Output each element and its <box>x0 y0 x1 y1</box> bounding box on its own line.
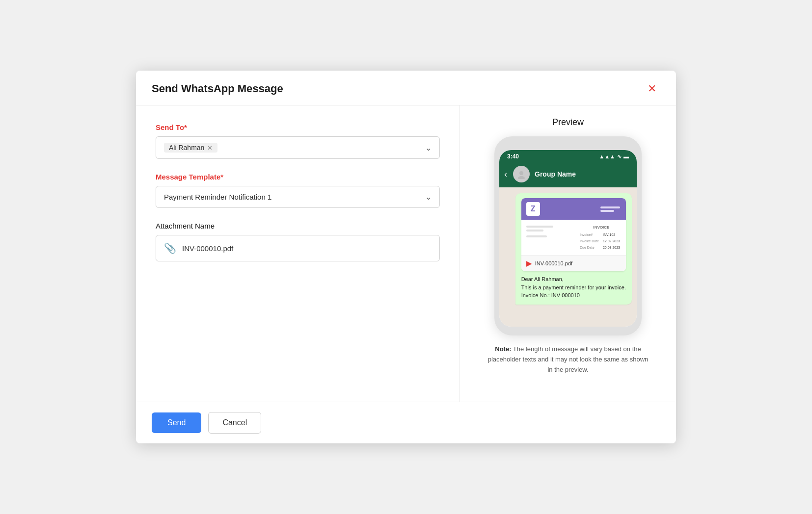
invoice-line-1 <box>600 206 620 208</box>
phone-back-icon: ‹ <box>504 169 507 180</box>
pdf-attachment-row: ▶ INV-000010.pdf <box>521 255 626 271</box>
phone-screen: 3:40 ▲▲▲ ∿ ▬ ‹ Group Name <box>499 150 637 327</box>
svg-point-0 <box>519 171 523 175</box>
phone-chat-header: ‹ Group Name <box>499 162 637 187</box>
invoice-date-label: Invoice Date <box>580 238 599 244</box>
attachment-icon: 📎 <box>164 242 176 254</box>
phone-group-name: Group Name <box>535 170 576 178</box>
phone-mockup: 3:40 ▲▲▲ ∿ ▬ ‹ Group Name <box>494 136 642 335</box>
pdf-icon: ▶ <box>526 259 532 268</box>
message-bubble: Z <box>515 193 632 305</box>
dialog-title: Send WhatsApp Message <box>152 82 283 95</box>
attachment-name-input[interactable]: 📎 INV-000010.pdf <box>156 235 440 261</box>
message-template-select[interactable]: Payment Reminder Notification 1 ⌄ <box>156 186 440 208</box>
send-button[interactable]: Send <box>152 412 201 433</box>
dialog-header: Send WhatsApp Message ✕ <box>136 71 676 105</box>
attachment-name-label: Attachment Name <box>156 222 440 230</box>
wifi-icon: ∿ <box>617 154 622 160</box>
note-label: Note: <box>495 345 511 353</box>
phone-status-bar: 3:40 ▲▲▲ ∿ ▬ <box>499 150 637 162</box>
close-button[interactable]: ✕ <box>644 81 660 96</box>
invoice-date-value: 12.02.2023 <box>600 238 620 244</box>
invoice-due-date-label: Due Date <box>580 245 599 250</box>
preview-note: Note: The length of message will vary ba… <box>485 344 651 375</box>
invoice-number-value: INV-102 <box>600 232 620 237</box>
recipient-tag: Ali Rahman ✕ <box>164 143 217 153</box>
svg-point-1 <box>518 176 525 179</box>
phone-chat-area: Z <box>499 187 637 327</box>
right-panel: Preview 3:40 ▲▲▲ ∿ ▬ <box>460 105 676 402</box>
attachment-filename: INV-000010.pdf <box>182 244 233 253</box>
note-content: The length of message will vary based on… <box>488 345 649 373</box>
invoice-number-label: Invoice# <box>580 232 599 237</box>
phone-status-time: 3:40 <box>507 153 519 160</box>
invoice-preview-card: Z <box>521 198 626 271</box>
invoice-body-line-1 <box>526 226 553 228</box>
invoice-body-line-2 <box>526 230 543 231</box>
invoice-line-2 <box>600 210 614 212</box>
preview-title: Preview <box>552 117 584 128</box>
message-text: Dear Ali Rahman, This is a payment remin… <box>521 275 626 300</box>
message-template-label: Message Template* <box>156 173 440 181</box>
invoice-header-lines <box>600 206 620 212</box>
send-to-select[interactable]: Ali Rahman ✕ ⌄ <box>156 136 440 159</box>
phone-notch <box>548 143 588 148</box>
signal-icon: ▲▲▲ <box>599 154 615 159</box>
dialog-footer: Send Cancel <box>136 402 676 443</box>
message-line-3: Invoice No.: INV-000010 <box>521 291 626 300</box>
invoice-body-line-3 <box>526 235 547 237</box>
left-panel: Send To* Ali Rahman ✕ ⌄ Message Template… <box>136 105 460 402</box>
recipient-tag-remove[interactable]: ✕ <box>207 144 213 152</box>
message-line-1: Dear Ali Rahman, <box>521 275 626 283</box>
send-to-select-inner: Ali Rahman ✕ <box>164 143 217 153</box>
send-to-field-group: Send To* Ali Rahman ✕ ⌄ <box>156 123 440 159</box>
invoice-card-header: Z <box>521 198 626 220</box>
send-whatsapp-dialog: Send WhatsApp Message ✕ Send To* Ali Rah… <box>136 71 676 443</box>
message-template-chevron-icon: ⌄ <box>425 192 432 202</box>
cancel-button[interactable]: Cancel <box>208 412 261 434</box>
invoice-table-title: INVOICE <box>580 225 620 231</box>
recipient-tag-label: Ali Rahman <box>169 144 204 152</box>
pdf-filename: INV-000010.pdf <box>535 260 572 266</box>
battery-icon: ▬ <box>623 154 629 159</box>
phone-status-icons: ▲▲▲ ∿ ▬ <box>599 154 629 160</box>
invoice-left-lines <box>526 224 574 237</box>
invoice-details-table: INVOICE Invoice# INV-102 Invoice Date 12… <box>579 224 621 251</box>
invoice-z-icon: Z <box>526 202 540 216</box>
send-to-chevron-icon: ⌄ <box>425 143 432 153</box>
send-to-label: Send To* <box>156 123 440 131</box>
invoice-due-date-value: 25.03.2023 <box>600 245 620 250</box>
phone-avatar <box>513 166 530 182</box>
dialog-body: Send To* Ali Rahman ✕ ⌄ Message Template… <box>136 105 676 402</box>
message-template-field-group: Message Template* Payment Reminder Notif… <box>156 173 440 208</box>
message-template-value: Payment Reminder Notification 1 <box>164 193 271 201</box>
invoice-card-body: INVOICE Invoice# INV-102 Invoice Date 12… <box>521 220 626 255</box>
message-line-2: This is a payment reminder for your invo… <box>521 283 626 292</box>
attachment-name-field-group: Attachment Name 📎 INV-000010.pdf <box>156 222 440 261</box>
